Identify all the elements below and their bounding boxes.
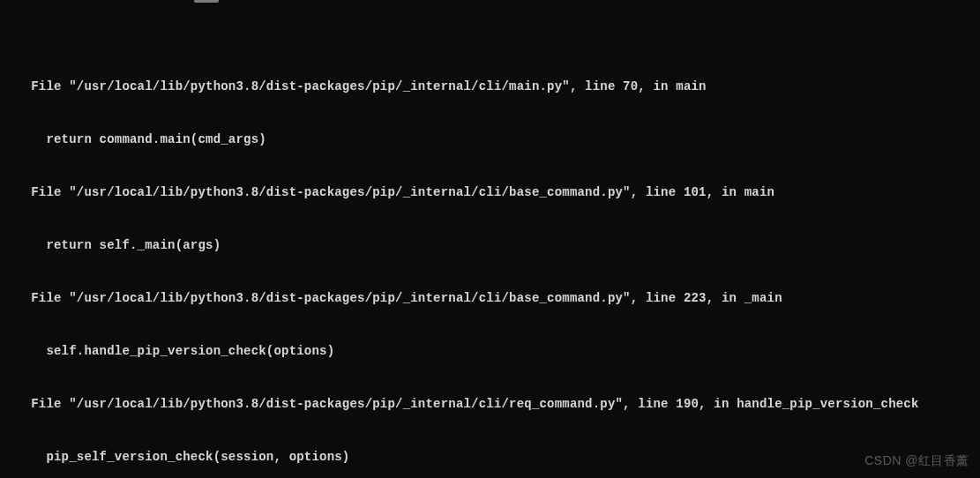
traceback-frame-code: return command.main(cmd_args) <box>16 131 980 148</box>
traceback-frame-code: self.handle_pip_version_check(options) <box>16 342 980 360</box>
traceback-frame-location: File "/usr/local/lib/python3.8/dist-pack… <box>16 289 980 307</box>
pane-drag-handle[interactable] <box>194 0 219 3</box>
traceback-frame-code: pip_self_version_check(session, options) <box>16 448 980 466</box>
watermark: CSDN @红目香薰 <box>864 452 969 469</box>
terminal[interactable]: File "/usr/local/lib/python3.8/dist-pack… <box>0 0 980 478</box>
traceback-frame-location: File "/usr/local/lib/python3.8/dist-pack… <box>16 183 980 201</box>
traceback-frame-code: return self._main(args) <box>16 236 980 254</box>
traceback-frame-location: File "/usr/local/lib/python3.8/dist-pack… <box>16 78 980 95</box>
traceback-frame-location: File "/usr/local/lib/python3.8/dist-pack… <box>16 395 980 413</box>
